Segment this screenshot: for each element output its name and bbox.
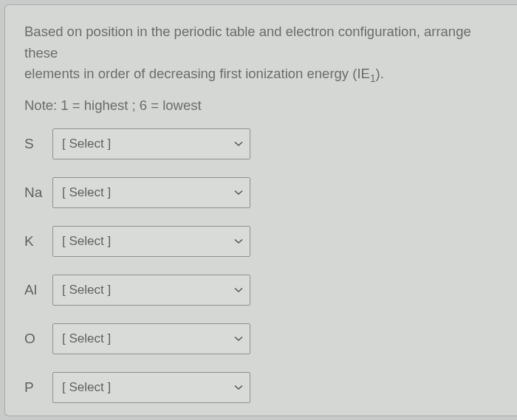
- element-row: P [ Select ]: [24, 372, 498, 403]
- element-symbol: Na: [24, 185, 52, 201]
- rank-select[interactable]: [ Select ]: [52, 323, 250, 354]
- rank-select[interactable]: [ Select ]: [52, 372, 250, 403]
- element-row: Na [ Select ]: [24, 177, 498, 208]
- element-row: S [ Select ]: [24, 128, 498, 159]
- element-symbol: S: [24, 136, 52, 152]
- select-value: [ Select ]: [62, 283, 111, 297]
- element-symbol: K: [24, 233, 52, 249]
- question-card: Based on position in the periodic table …: [4, 4, 517, 416]
- select-value: [ Select ]: [62, 380, 111, 395]
- rank-select[interactable]: [ Select ]: [52, 128, 250, 159]
- element-row: K [ Select ]: [24, 226, 498, 257]
- rank-select[interactable]: [ Select ]: [52, 275, 250, 306]
- prompt-line-2-suffix: ).: [376, 66, 384, 81]
- rank-select[interactable]: [ Select ]: [52, 177, 250, 208]
- element-symbol: O: [24, 331, 52, 347]
- select-value: [ Select ]: [62, 185, 111, 200]
- element-symbol: Al: [24, 282, 52, 298]
- question-prompt: Based on position in the periodic table …: [24, 21, 498, 87]
- prompt-subscript: 1: [370, 72, 376, 84]
- prompt-line-2-prefix: elements in order of decreasing first io…: [24, 66, 370, 81]
- select-value: [ Select ]: [62, 137, 111, 151]
- select-value: [ Select ]: [62, 234, 111, 249]
- element-row: Al [ Select ]: [24, 275, 498, 306]
- prompt-line-1: Based on position in the periodic table …: [24, 24, 471, 61]
- rank-select[interactable]: [ Select ]: [52, 226, 250, 257]
- select-value: [ Select ]: [62, 331, 111, 346]
- element-row: O [ Select ]: [24, 323, 498, 354]
- element-symbol: P: [24, 379, 52, 396]
- note-text: Note: 1 = highest ; 6 = lowest: [24, 97, 498, 114]
